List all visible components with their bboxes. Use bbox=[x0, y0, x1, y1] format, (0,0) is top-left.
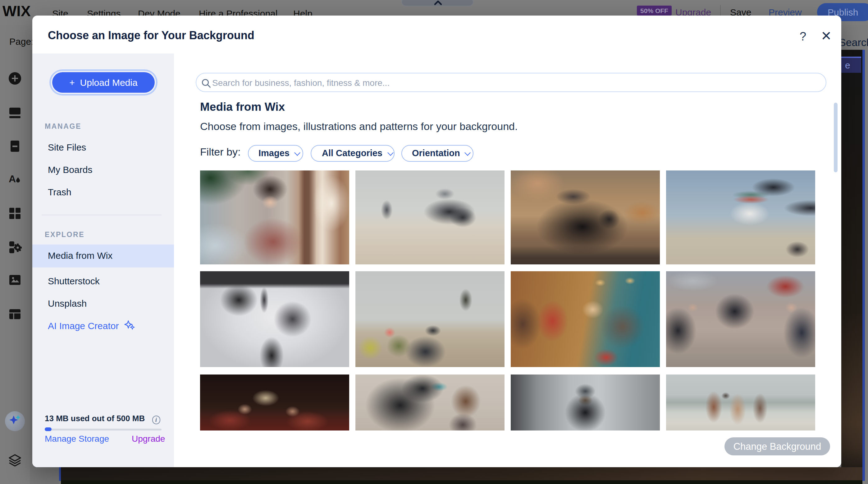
svg-text:A: A bbox=[9, 173, 16, 184]
